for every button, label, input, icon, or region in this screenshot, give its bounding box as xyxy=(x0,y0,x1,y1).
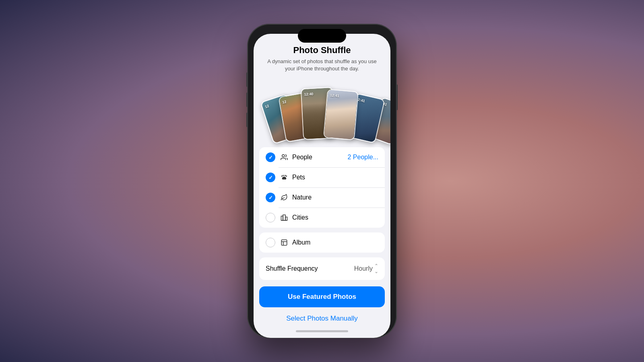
scroll-content[interactable]: Photo Shuffle A dynamic set of photos th… xyxy=(254,34,390,327)
album-icon xyxy=(280,239,288,247)
checkbox-album[interactable] xyxy=(266,238,275,247)
album-section: Album xyxy=(259,232,385,253)
screen: Photo Shuffle A dynamic set of photos th… xyxy=(254,34,390,338)
category-cities[interactable]: Cities xyxy=(259,208,385,228)
svg-rect-3 xyxy=(285,217,287,220)
checkmark-nature: ✓ xyxy=(268,195,273,201)
categories-section: ✓ People 2 People... xyxy=(259,147,385,228)
frequency-value[interactable]: Hourly ⌃⌄ xyxy=(354,263,378,274)
photo-card-4: 12:41 xyxy=(323,89,359,140)
people-icon xyxy=(280,153,288,161)
category-nature[interactable]: ✓ Nature xyxy=(259,187,385,208)
phone-shell: Photo Shuffle A dynamic set of photos th… xyxy=(248,24,396,338)
page-subtitle: A dynamic set of photos that shuffle as … xyxy=(263,58,381,72)
checkbox-nature[interactable]: ✓ xyxy=(266,193,275,202)
checkbox-pets[interactable]: ✓ xyxy=(266,173,275,182)
dynamic-island xyxy=(298,29,346,43)
category-people[interactable]: ✓ People 2 People... xyxy=(259,147,385,167)
shuffle-frequency-section: Shuffle Frequency Hourly ⌃⌄ xyxy=(259,257,385,280)
frequency-row[interactable]: Shuffle Frequency Hourly ⌃⌄ xyxy=(259,257,385,280)
pets-label: Pets xyxy=(292,174,378,181)
album-label: Album xyxy=(292,239,378,246)
photo-preview: 12 12 12:40 12:41 2:41 xyxy=(258,79,386,139)
checkbox-people[interactable]: ✓ xyxy=(266,152,275,162)
pets-icon xyxy=(280,173,288,181)
cities-label: Cities xyxy=(292,214,378,221)
page-title: Photo Shuffle xyxy=(263,45,381,56)
people-detail[interactable]: 2 People... xyxy=(348,154,379,161)
home-indicator xyxy=(296,330,348,332)
use-featured-button[interactable]: Use Featured Photos xyxy=(259,286,385,307)
card-time-3: 12:40 xyxy=(304,92,314,97)
frequency-label: Shuffle Frequency xyxy=(266,265,318,272)
svg-rect-5 xyxy=(281,240,287,246)
frequency-value-text: Hourly xyxy=(354,265,373,272)
svg-rect-2 xyxy=(283,215,285,221)
nature-label: Nature xyxy=(292,194,378,201)
category-pets[interactable]: ✓ Pets xyxy=(259,167,385,187)
stepper-icon: ⌃⌄ xyxy=(374,263,378,274)
checkmark-pets: ✓ xyxy=(268,175,273,181)
select-manually-button[interactable]: Select Photos Manually xyxy=(259,311,385,326)
album-item[interactable]: Album xyxy=(259,232,385,253)
checkbox-cities[interactable] xyxy=(266,213,275,222)
nature-icon xyxy=(280,193,288,202)
svg-point-0 xyxy=(282,155,285,157)
checkmark-people: ✓ xyxy=(268,154,273,160)
people-label: People xyxy=(292,154,348,161)
cities-icon xyxy=(280,214,288,222)
